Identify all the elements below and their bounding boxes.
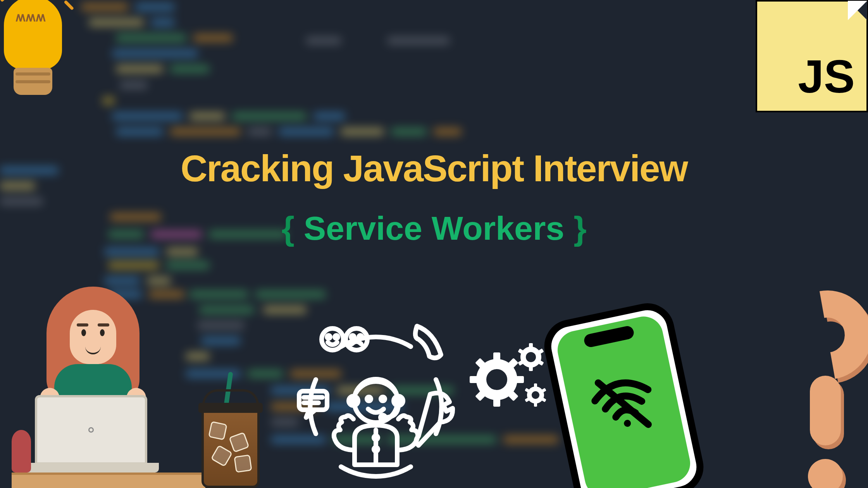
svg-rect-25 [534, 383, 537, 387]
brace-open: { [281, 210, 294, 247]
svg-point-20 [491, 373, 503, 386]
svg-point-23 [528, 354, 534, 360]
lightbulb-icon: ʍʍʍ [0, 0, 78, 124]
main-title: Cracking JavaScript Interview [181, 147, 687, 190]
question-mark-icon [752, 287, 868, 488]
js-badge: JS [756, 0, 868, 112]
js-badge-text: JS [798, 50, 855, 103]
svg-point-14 [359, 335, 362, 339]
svg-point-3 [381, 415, 385, 420]
svg-point-26 [533, 393, 538, 397]
iced-coffee-icon [194, 387, 267, 488]
support-agent-icon [291, 318, 461, 488]
svg-point-1 [349, 396, 358, 406]
svg-point-8 [374, 447, 378, 451]
subtitle: { Service Workers } [281, 209, 586, 247]
svg-point-11 [335, 335, 338, 339]
svg-rect-19 [493, 352, 500, 361]
gears-icon [469, 337, 550, 418]
subtitle-text: Service Workers [294, 210, 574, 247]
woman-laptop-icon [12, 287, 174, 488]
svg-point-10 [327, 335, 330, 339]
svg-rect-22 [529, 343, 533, 348]
brace-close: } [574, 210, 586, 247]
svg-point-27 [623, 419, 631, 427]
svg-point-13 [351, 335, 354, 339]
wifi-off-icon [581, 358, 663, 440]
svg-point-7 [374, 436, 378, 440]
svg-point-4 [367, 397, 371, 401]
svg-point-5 [381, 397, 385, 401]
